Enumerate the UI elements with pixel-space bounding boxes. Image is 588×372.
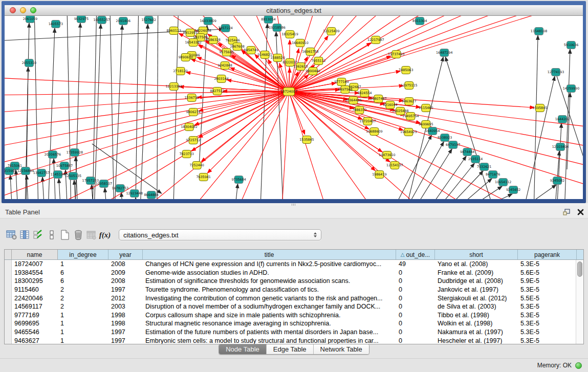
show-columns-icon[interactable] xyxy=(18,229,32,241)
table-row[interactable]: 911546021997Tourette syndrome. Phenomeno… xyxy=(5,286,576,294)
cell-out_de...[interactable]: 0 xyxy=(396,328,435,337)
network-window[interactable]: citations_edges.txt 18724007896012389129… xyxy=(2,1,586,203)
cell-name[interactable]: 14569117 xyxy=(12,302,58,311)
cell-short[interactable]: de Silva et al. (2003) xyxy=(435,302,518,311)
cell-year[interactable]: 1997 xyxy=(108,336,143,344)
cell-out_de...[interactable]: 0 xyxy=(396,269,435,277)
row-height-icon[interactable] xyxy=(45,229,58,241)
cell-out_de...[interactable]: 0 xyxy=(396,319,435,328)
select-columns-icon[interactable] xyxy=(32,229,45,241)
column-header-in_degree[interactable]: in_degree xyxy=(58,250,108,259)
cell-year[interactable]: 2009 xyxy=(108,269,143,277)
cell-year[interactable]: 2012 xyxy=(108,294,143,302)
cell-year[interactable]: 1997 xyxy=(108,328,143,337)
cell-title[interactable]: Embryonic stem cells: a model to study s… xyxy=(143,336,396,344)
cell-pagerank[interactable]: 5.9E-5 xyxy=(518,277,576,286)
cell-short[interactable]: Franke et al. (2009) xyxy=(435,269,518,277)
import-table-icon[interactable] xyxy=(85,229,98,241)
cell-pagerank[interactable]: 5.6E-5 xyxy=(518,269,576,277)
cell-name[interactable]: 9465546 xyxy=(12,328,58,337)
splitter-grip-icon[interactable] xyxy=(292,204,296,206)
row-gutter[interactable] xyxy=(5,286,12,294)
cell-pagerank[interactable]: 5.3E-5 xyxy=(518,328,576,337)
cell-name[interactable]: 18300295 xyxy=(12,277,58,286)
cell-short[interactable]: Nakamura et al. (1997) xyxy=(435,328,518,337)
cell-title[interactable]: Estimation of significance thresholds fo… xyxy=(143,277,396,286)
table-row[interactable]: 977716911998Corpus callosum shape and si… xyxy=(5,311,576,320)
row-gutter[interactable] xyxy=(5,336,12,344)
cell-in_degree[interactable]: 1 xyxy=(58,311,108,320)
create-column-icon[interactable] xyxy=(58,229,72,241)
cell-in_degree[interactable]: 2 xyxy=(58,286,108,294)
cell-in_degree[interactable]: 1 xyxy=(58,336,108,344)
column-header-name[interactable]: name xyxy=(12,250,58,259)
cell-title[interactable]: Estimation of the future numbers of pati… xyxy=(143,328,396,337)
cell-pagerank[interactable]: 5.3E-5 xyxy=(518,319,576,328)
cell-name[interactable]: 9777169 xyxy=(12,311,58,320)
row-gutter[interactable] xyxy=(5,269,12,277)
cell-pagerank[interactable]: 5.3E-5 xyxy=(518,260,576,269)
table-row[interactable]: 946554611997Estimation of the future num… xyxy=(5,328,576,337)
cell-year[interactable]: 1997 xyxy=(108,286,143,294)
cell-year[interactable]: 1998 xyxy=(108,319,143,328)
cell-name[interactable]: 19384554 xyxy=(12,269,58,277)
cell-year[interactable]: 1998 xyxy=(108,311,143,320)
cell-short[interactable]: Stergiakouli et al. (2012) xyxy=(435,294,518,302)
tab-network-table[interactable]: Network Table xyxy=(314,344,369,354)
table-row[interactable]: 2242004622012Investigating the contribut… xyxy=(5,294,576,302)
row-gutter[interactable] xyxy=(5,328,12,337)
cell-name[interactable]: 9463627 xyxy=(12,336,58,344)
row-gutter[interactable] xyxy=(5,294,12,302)
cell-out_de...[interactable]: 0 xyxy=(396,277,435,286)
cell-name[interactable]: 18724007 xyxy=(12,260,58,269)
row-gutter[interactable] xyxy=(5,277,12,286)
table-row[interactable]: 1938455462009Genome-wide association stu… xyxy=(5,269,576,277)
cell-title[interactable]: Disruption of a novel member of a sodium… xyxy=(143,302,396,311)
cell-title[interactable]: Tourette syndrome. Phenomenology and cla… xyxy=(143,286,396,294)
column-header-short[interactable]: short xyxy=(435,250,518,259)
cell-out_de...[interactable]: 49 xyxy=(396,260,435,269)
cell-in_degree[interactable]: 1 xyxy=(58,328,108,337)
cell-in_degree[interactable]: 1 xyxy=(58,319,108,328)
table-vertical-scrollbar[interactable] xyxy=(576,260,583,344)
network-svg[interactable]: 1872400789601238912955182260589827503165… xyxy=(5,16,583,199)
cell-in_degree[interactable]: 6 xyxy=(58,269,108,277)
cell-name[interactable]: 9699695 xyxy=(12,319,58,328)
cell-title[interactable]: Changes of HCN gene expression and I(f) … xyxy=(143,260,396,269)
cell-title[interactable]: Structural magnetic resonance image aver… xyxy=(143,319,396,328)
table-row[interactable]: 1830029562008Estimation of significance … xyxy=(5,277,576,286)
cell-in_degree[interactable]: 2 xyxy=(58,294,108,302)
table-row[interactable]: 1872400712008Changes of HCN gene express… xyxy=(5,260,576,269)
cell-short[interactable]: Tibbo et al. (1998) xyxy=(435,311,518,320)
cell-year[interactable]: 2008 xyxy=(108,277,143,286)
cell-pagerank[interactable]: 5.3E-5 xyxy=(518,336,576,344)
cell-in_degree[interactable]: 1 xyxy=(58,260,108,269)
close-panel-icon[interactable] xyxy=(577,209,584,215)
network-view[interactable]: 1872400789601238912955182260589827503165… xyxy=(5,16,583,199)
cell-pagerank[interactable]: 5.3E-5 xyxy=(518,311,576,320)
row-gutter[interactable] xyxy=(5,302,12,311)
row-gutter[interactable] xyxy=(5,260,12,269)
network-window-titlebar[interactable]: citations_edges.txt xyxy=(5,5,583,16)
cell-short[interactable]: Yano et al. (2008) xyxy=(435,260,518,269)
cell-short[interactable]: Wolkin et al. (1998) xyxy=(435,319,518,328)
table-mode-icon[interactable] xyxy=(5,229,18,241)
tab-node-table[interactable]: Node Table xyxy=(219,344,267,354)
delete-column-icon[interactable] xyxy=(72,229,85,241)
cell-short[interactable]: Jankovic et al. (1997) xyxy=(435,286,518,294)
cell-short[interactable]: Hescheler et al. (1997) xyxy=(435,336,518,344)
cell-in_degree[interactable]: 2 xyxy=(58,302,108,311)
cell-out_de...[interactable]: 0 xyxy=(396,286,435,294)
cell-title[interactable]: Genome-wide association studies in ADHD. xyxy=(143,269,396,277)
float-panel-icon[interactable] xyxy=(563,209,571,216)
table-selector-dropdown[interactable]: citations_edges.txt xyxy=(119,229,321,240)
cell-out_de...[interactable]: 0 xyxy=(396,311,435,320)
cell-short[interactable]: Dudbridge et al. (2008) xyxy=(435,277,518,286)
table-row[interactable]: 969969511998Structural magnetic resonanc… xyxy=(5,319,576,328)
cell-pagerank[interactable]: 5.5E-5 xyxy=(518,294,576,302)
cell-in_degree[interactable]: 6 xyxy=(58,277,108,286)
table-row[interactable]: 946362711997Embryonic stem cells: a mode… xyxy=(5,336,576,344)
function-builder-icon[interactable]: f(x) xyxy=(98,229,112,241)
scrollbar-thumb[interactable] xyxy=(577,261,582,277)
cell-title[interactable]: Corpus callosum shape and size in male p… xyxy=(143,311,396,320)
